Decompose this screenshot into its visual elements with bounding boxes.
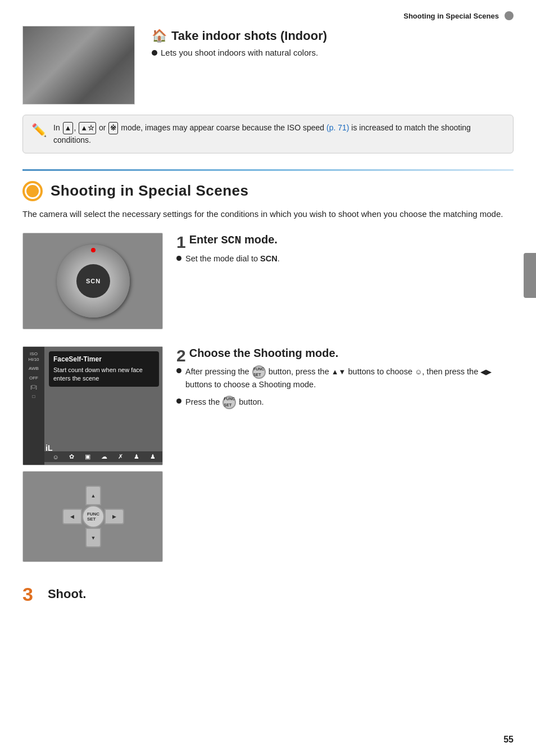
- main-section-title-row: Shooting in Special Scenes: [22, 181, 514, 201]
- mode-icon-kids: ▲☆: [79, 122, 96, 134]
- menu-icon-5: ✗: [118, 453, 123, 460]
- func-set-icon-inline: FUNCSET: [252, 365, 266, 379]
- step-2-image-box: ISOHI/10 AWB OFF [☐] □ FaceSelf-Timer St…: [22, 346, 163, 465]
- indoor-section: 🏠 Take indoor shots (Indoor) Lets you sh…: [22, 26, 514, 105]
- step-2-bullet-1-text: After pressing the FUNCSET button, press…: [185, 365, 514, 391]
- step-1-text: 1 Enter SCN mode. Set the mode dial to S…: [176, 233, 514, 265]
- menu-main-area: FaceSelf-Timer Start count down when new…: [44, 347, 163, 465]
- face-timer-icon: ☺: [415, 366, 422, 378]
- menu-awb-item: AWB: [24, 365, 43, 373]
- bullet-dot-2a: [176, 368, 181, 373]
- note-link[interactable]: (p. 71): [326, 123, 349, 132]
- menu-icon-7: ♟: [150, 453, 156, 460]
- arrow-up-down: ▲▼: [331, 368, 346, 376]
- dpad-up[interactable]: ▲: [85, 486, 101, 505]
- step-1-image-box: SCN: [22, 233, 163, 329]
- page-number: 55: [503, 735, 514, 745]
- menu-tooltip-box: FaceSelf-Timer Start count down when new…: [49, 351, 159, 387]
- indoor-text-area: 🏠 Take indoor shots (Indoor) Lets you sh…: [152, 26, 327, 57]
- step-2-bullet-2-text: Press the FUNCSET button.: [185, 396, 264, 409]
- step-1-bullet-text: Set the mode dial to SCN.: [185, 253, 280, 265]
- bullet-dot-2b: [176, 399, 181, 404]
- menu-bracket-item: [☐]: [24, 383, 43, 391]
- step-3-title: Shoot.: [48, 587, 86, 601]
- menu-box-item: □: [24, 393, 43, 401]
- dpad-down[interactable]: ▼: [85, 528, 101, 547]
- note-pencil-icon: ✏️: [31, 123, 47, 138]
- step-2-text: 2 Choose the Shooting mode. After pressi…: [176, 346, 514, 409]
- step-1-row: SCN 1 Enter SCN mode. Set the mode dial …: [22, 233, 514, 329]
- step-1-title: 1 Enter SCN mode.: [176, 233, 514, 247]
- dpad-left[interactable]: ◀: [62, 509, 82, 524]
- step-2-bullet-1: After pressing the FUNCSET button, press…: [176, 365, 514, 391]
- indoor-title: 🏠 Take indoor shots (Indoor): [152, 29, 327, 43]
- header-circle-icon: [505, 11, 514, 20]
- step-2-bullets: After pressing the FUNCSET button, press…: [176, 365, 514, 409]
- note-box: ✏️ In ▲, ▲☆ or ※ mode, images may appear…: [22, 115, 514, 153]
- section-circle-inner: [25, 183, 40, 199]
- step-1-number: 1: [176, 234, 186, 251]
- right-tab: [524, 253, 536, 298]
- indoor-photo-inner: [23, 26, 134, 104]
- camera-dial-image: SCN: [23, 233, 163, 329]
- step-3-row: 3 Shoot.: [22, 585, 514, 604]
- step-1-image-col: SCN: [22, 233, 163, 329]
- menu-icon-6: ♟: [134, 453, 139, 460]
- menu-iso-item: ISOHI/10: [24, 350, 43, 363]
- dpad-controller: ▲ ▼ ◀ ▶ FUNCSET: [62, 486, 124, 547]
- bullet-dot-1: [176, 256, 181, 261]
- steps-container: SCN 1 Enter SCN mode. Set the mode dial …: [22, 233, 514, 604]
- dial-indicator: [91, 248, 96, 252]
- section-divider: [22, 169, 514, 171]
- indoor-title-text: Take indoor shots (Indoor): [171, 29, 327, 43]
- indoor-bullet-text: Lets you shoot indoors with natural colo…: [161, 48, 318, 57]
- dial-inner-circle: SCN: [76, 264, 110, 298]
- mode-icon-indoor: ※: [108, 122, 118, 134]
- scn-label: SCN: [86, 278, 101, 284]
- step-2-bullet-2: Press the FUNCSET button.: [176, 396, 514, 409]
- main-section-description: The camera will select the necessary set…: [22, 208, 514, 221]
- indoor-photo: [22, 26, 135, 105]
- section-circle-icon: [22, 181, 43, 201]
- main-section-heading: Shooting in Special Scenes: [51, 182, 249, 200]
- step-2-title: 2 Choose the Shooting mode.: [176, 346, 514, 360]
- indoor-bullet: Lets you shoot indoors with natural colo…: [152, 48, 327, 57]
- mode-icon-portrait: ▲: [63, 122, 74, 134]
- step-1-bullet-1: Set the mode dial to SCN.: [176, 253, 514, 265]
- menu-icon-2: ✿: [69, 453, 74, 460]
- step-2-image-col: ISOHI/10 AWB OFF [☐] □ FaceSelf-Timer St…: [22, 346, 163, 562]
- mode-dial: SCN: [57, 245, 130, 318]
- menu-icons-row: ☺ ✿ ▣ ☁ ✗ ♟ ♟: [44, 451, 163, 462]
- step-3-number: 3: [22, 585, 33, 604]
- note-text: In ▲, ▲☆ or ※ mode, images may appear co…: [53, 122, 505, 146]
- func-set-button[interactable]: FUNCSET: [82, 505, 105, 528]
- menu-sidebar: ISOHI/10 AWB OFF [☐] □: [23, 347, 44, 465]
- page-header: Shooting in Special Scenes: [22, 11, 514, 20]
- step-1-bullets: Set the mode dial to SCN.: [176, 253, 514, 265]
- menu-icon-4: ☁: [101, 453, 107, 460]
- scn-mode-text: SCN: [221, 234, 241, 247]
- menu-tooltip-body: Start count down when new face enters th…: [53, 366, 155, 383]
- header-title: Shooting in Special Scenes: [403, 12, 499, 20]
- func-set-icon-inline-2: FUNCSET: [222, 396, 236, 409]
- arrow-left-right: ◀▶: [480, 368, 492, 376]
- menu-screen-image: ISOHI/10 AWB OFF [☐] □ FaceSelf-Timer St…: [23, 347, 163, 465]
- func-button-image: ▲ ▼ ◀ ▶ FUNCSET: [23, 472, 163, 562]
- step-2-number: 2: [176, 347, 186, 364]
- menu-off-item: OFF: [24, 374, 43, 382]
- step-2-func-image-box: ▲ ▼ ◀ ▶ FUNCSET: [22, 471, 163, 562]
- step-2-row: ISOHI/10 AWB OFF [☐] □ FaceSelf-Timer St…: [22, 346, 514, 562]
- menu-icon-1: ☺: [52, 454, 58, 460]
- menu-icon-3: ▣: [85, 453, 90, 460]
- menu-tooltip-title: FaceSelf-Timer: [53, 355, 155, 364]
- indoor-camera-icon: 🏠: [152, 29, 167, 43]
- page-container: Shooting in Special Scenes 🏠 Take indoor…: [0, 0, 536, 756]
- dpad-right[interactable]: ▶: [105, 509, 124, 524]
- bullet-dot: [152, 50, 157, 56]
